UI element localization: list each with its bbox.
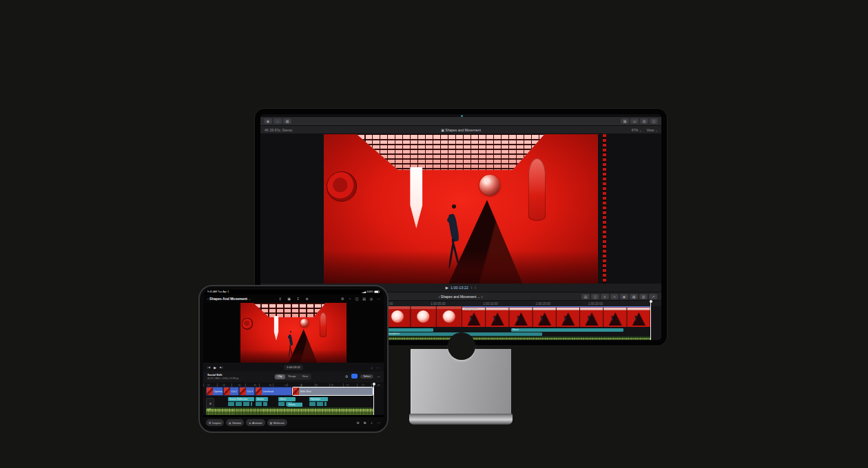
toolbar-icon[interactable]: ▦ xyxy=(283,118,291,124)
title-clip[interactable]: Scene Reflection xyxy=(228,397,254,406)
timeline-tools-icon-group: ▤◫≡∿◉▦▥↗ xyxy=(581,294,657,299)
animate-icon: ◈ xyxy=(249,421,251,425)
collapse-icon[interactable]: — xyxy=(376,374,381,378)
music-clip[interactable]: Music xyxy=(511,328,623,332)
audio-meter-icon[interactable]: ♪ xyxy=(371,365,373,370)
timeline-tool-icon[interactable]: ↗ xyxy=(649,294,657,299)
timeline-action-icon-group: ⊖⊕♪⋯ xyxy=(355,417,381,428)
select-button[interactable]: Select xyxy=(360,374,373,379)
layout-icon[interactable]: ▦ xyxy=(621,118,629,124)
ipad-player-controls: |◀ ▶ ▶| 1:00:13:22 ♪ ⋯ xyxy=(203,363,384,372)
timeline-tool-icon[interactable]: ▥ xyxy=(639,294,648,299)
battery-percent: 100% xyxy=(366,290,373,293)
clip-thumbnail xyxy=(207,387,213,395)
porthole-window xyxy=(327,171,357,202)
ipad-audio-track[interactable]: L R xyxy=(206,407,373,415)
title-clip[interactable]: Focus xyxy=(287,403,302,407)
ipad-viewer xyxy=(203,303,384,363)
status-datetime: 9:41 AM Tue Apr 1 xyxy=(207,290,229,295)
timeline-tool-icon[interactable]: ◫ xyxy=(591,294,599,299)
audio-track[interactable] xyxy=(385,337,650,340)
view-option-icon[interactable]: ◔ xyxy=(347,295,352,303)
storyline-clip[interactable]: Overhead xyxy=(255,387,292,396)
volume-button[interactable]: ◉ Volume xyxy=(226,419,244,426)
view-option-icon[interactable]: ◎ xyxy=(369,295,374,303)
timeline-tool-icon[interactable]: ▤ xyxy=(581,294,590,299)
timeline-tool-icon[interactable]: ≡ xyxy=(601,294,609,299)
skimming-icon[interactable]: ⌇ xyxy=(471,286,473,290)
title-clip[interactable]: Highlight xyxy=(309,397,328,406)
floating-sphere xyxy=(300,319,309,327)
edit-action-icon[interactable]: ⊗ xyxy=(304,295,309,303)
keyframe-chips xyxy=(309,402,327,406)
view-option-icon[interactable]: ⚙ xyxy=(340,295,345,303)
view-option-icon[interactable]: ▤ xyxy=(362,295,366,303)
timeline-action-icon[interactable]: ♪ xyxy=(369,421,374,425)
timeline-action-icon[interactable]: ⊖ xyxy=(355,421,360,425)
floor xyxy=(324,251,598,284)
next-frame-icon[interactable]: ▶| xyxy=(220,365,223,370)
skylight-grid xyxy=(357,134,545,170)
previous-frame-icon[interactable]: |◀ xyxy=(207,365,210,370)
timeline-action-icon[interactable]: ⊕ xyxy=(362,421,367,425)
chevron-down-icon: ⌄ xyxy=(655,128,658,132)
animate-button[interactable]: ◈ Animate xyxy=(246,419,265,426)
storyline-clip[interactable]: Cut 3 xyxy=(239,387,255,396)
more-icon[interactable]: ⋯ xyxy=(376,365,380,370)
playhead[interactable] xyxy=(650,300,651,340)
monitor-stand xyxy=(411,349,511,414)
project-menu[interactable]: ‹ Shapes And Movement ⌄ xyxy=(207,295,251,303)
index-icon: ≡ xyxy=(481,295,483,299)
slit-window xyxy=(274,316,279,341)
multicam-icon: ▦ xyxy=(270,421,273,425)
view-dropdown[interactable]: View ⌄ xyxy=(647,126,658,134)
back-chevron-icon: ‹ xyxy=(207,297,209,301)
ipad: 9:41 AM Tue Apr 1 ▂▄▆ 100% ‹ Shapes And … xyxy=(198,285,389,433)
title-clip[interactable]: Scene xyxy=(256,397,268,406)
inspect-button[interactable]: ☰ Inspect xyxy=(206,419,224,426)
viewer-canvas xyxy=(260,134,661,284)
toolbar-icon[interactable]: ♪ xyxy=(273,118,282,124)
arch-niche xyxy=(528,158,546,221)
ipad-playhead[interactable] xyxy=(373,383,374,415)
layout-icon[interactable]: ◫ xyxy=(650,118,658,124)
mode-clip[interactable]: Clip xyxy=(275,374,285,379)
edit-actions-icon-group: ↥▣↧⊗ xyxy=(278,295,309,303)
timeline-tool-icon[interactable]: ∿ xyxy=(610,294,619,299)
inspector-icon: ☰ xyxy=(209,421,211,425)
mode-view[interactable]: View xyxy=(300,374,311,379)
layout-icon[interactable]: ▭ xyxy=(630,118,639,124)
toolbar-icon[interactable]: ◉ xyxy=(264,118,272,124)
connected-clip[interactable] xyxy=(385,328,433,332)
ipad-timeline-header: Social Edit 00:29 | 3840 × 2160 | 23.98 … xyxy=(203,372,384,383)
view-option-icon[interactable]: ◫ xyxy=(355,295,360,303)
clip-thumbnail xyxy=(240,387,246,395)
clip-thumbnail xyxy=(224,387,230,395)
storyline-clip[interactable]: Cut 2 xyxy=(223,387,239,396)
display-option-button[interactable] xyxy=(351,374,358,379)
back-chevron-icon: ‹ xyxy=(439,295,440,299)
mode-range[interactable]: Range xyxy=(286,374,299,379)
timeline-action-icon[interactable]: ⋯ xyxy=(376,421,381,425)
view-option-icon[interactable]: ⋯ xyxy=(376,295,381,303)
timeline-tool-icon[interactable]: ◉ xyxy=(620,294,628,299)
edit-action-icon[interactable]: ↧ xyxy=(296,295,300,303)
play-icon[interactable]: ▶ xyxy=(214,365,216,370)
gear-icon[interactable]: ⚙ xyxy=(344,374,349,379)
clip-icon: ▣ xyxy=(441,128,444,132)
storyline-clip[interactable]: Opening xyxy=(206,387,223,396)
zoom-level-dropdown[interactable]: 47% ⌄ xyxy=(631,126,642,134)
multicam-button[interactable]: ▦ Multicam xyxy=(267,419,287,426)
stand-notch xyxy=(448,332,475,360)
floor xyxy=(240,350,347,363)
play-icon[interactable]: ▶ xyxy=(446,286,448,290)
edit-mode-segmented-control: Clip Range View xyxy=(274,374,311,380)
edit-action-icon[interactable]: ▣ xyxy=(287,295,291,303)
storyline-clip-selected[interactable]: Wide Shot xyxy=(292,387,373,396)
timeline-clip-orbs[interactable] xyxy=(385,306,462,327)
timeline-tool-icon[interactable]: ▦ xyxy=(630,294,638,299)
timeline-clip-wide-shot[interactable] xyxy=(462,306,650,327)
edit-action-icon[interactable]: ↥ xyxy=(278,295,282,303)
audio-skimming-icon[interactable]: ⌇ xyxy=(475,286,477,290)
layout-icon[interactable]: ▥ xyxy=(640,118,648,124)
